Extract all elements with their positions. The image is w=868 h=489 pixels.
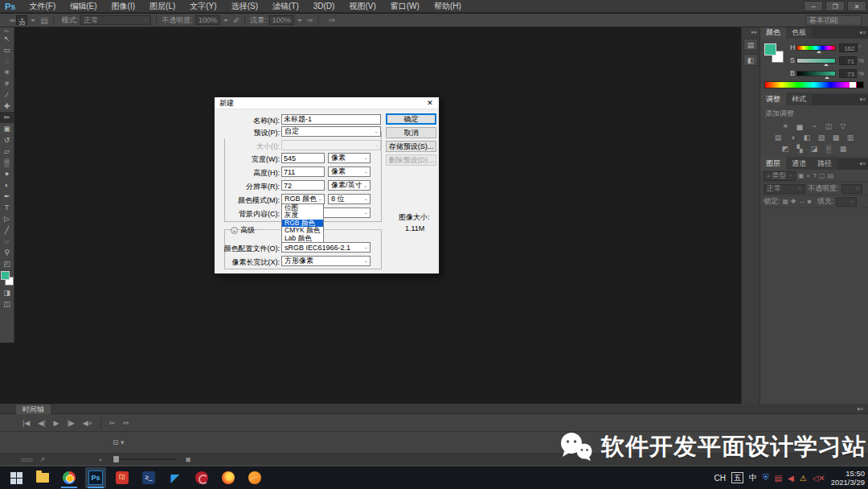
- tab-styles[interactable]: 样式: [786, 92, 812, 105]
- lock-paint-icon[interactable]: ✚: [791, 198, 796, 205]
- chrome-icon[interactable]: [59, 467, 80, 488]
- quick-mask-button[interactable]: ◨: [0, 287, 14, 298]
- threshold-icon[interactable]: ◪: [809, 145, 819, 153]
- red-app-icon[interactable]: 卬: [112, 467, 133, 488]
- clone-stamp-tool[interactable]: ▣: [0, 123, 14, 134]
- start-button[interactable]: [6, 467, 27, 488]
- security-shield-icon[interactable]: ⛨: [763, 473, 769, 483]
- type-tool[interactable]: T: [0, 202, 14, 213]
- tab-timeline[interactable]: 时间轴: [16, 405, 51, 414]
- screen-mode-button[interactable]: ◫: [0, 298, 14, 310]
- marquee-tool[interactable]: ▭: [0, 44, 14, 55]
- width-unit-dropdown[interactable]: 像素⌄: [328, 153, 371, 163]
- save-preset-button[interactable]: 存储预设(S)...: [386, 141, 436, 152]
- option-lab[interactable]: Lab 颜色: [282, 235, 323, 242]
- brightness-slider[interactable]: [796, 71, 835, 76]
- minimize-button[interactable]: ─: [804, 1, 823, 11]
- ok-button[interactable]: 确定: [386, 113, 436, 125]
- color-balance-icon[interactable]: ◑: [788, 134, 797, 142]
- frame-settings-icon[interactable]: ⊟ ▾: [113, 438, 125, 446]
- cancel-button[interactable]: 取消: [386, 127, 436, 138]
- transition-icon[interactable]: ✏: [123, 419, 129, 427]
- vscode-icon[interactable]: ◤: [165, 467, 186, 488]
- prev-frame-button[interactable]: ◀|: [38, 419, 45, 427]
- menu-file[interactable]: 文件(F): [22, 0, 63, 13]
- brightness-value[interactable]: 73: [839, 69, 857, 78]
- airbrush-icon[interactable]: ✑: [307, 16, 313, 25]
- language-indicator[interactable]: CH: [714, 474, 726, 483]
- preset-dropdown[interactable]: 自定⌄: [281, 126, 381, 137]
- tab-color[interactable]: 颜色: [760, 26, 786, 39]
- tab-paths[interactable]: 路径: [812, 157, 837, 170]
- layer-fill-field[interactable]: ≑: [836, 197, 857, 207]
- blur-tool[interactable]: ●: [0, 168, 14, 179]
- blend-mode-dropdown[interactable]: 正常≑: [764, 184, 805, 194]
- hand-tool[interactable]: ☞: [0, 236, 14, 247]
- menu-type[interactable]: 文字(Y): [182, 0, 223, 13]
- lock-transparent-icon[interactable]: ▦: [783, 198, 789, 205]
- photo-filter-icon[interactable]: ▧: [817, 134, 826, 142]
- zoom-tool[interactable]: ⚲: [0, 247, 14, 258]
- firefox-icon[interactable]: [218, 467, 239, 488]
- lasso-tool[interactable]: ◌: [0, 55, 14, 67]
- tab-adjustments[interactable]: 调整: [760, 92, 786, 105]
- black-swatch[interactable]: [857, 82, 863, 88]
- opacity-value[interactable]: 100%: [195, 15, 220, 25]
- workspace-switcher[interactable]: 基本功能≑: [805, 15, 862, 26]
- exposure-icon[interactable]: ◫: [824, 122, 833, 130]
- brush-preset-picker[interactable]: ✏ •35: [5, 15, 35, 25]
- panel-menu-icon[interactable]: ▾≡: [857, 406, 863, 413]
- hue-value[interactable]: 162: [839, 43, 858, 52]
- channel-mixer-icon[interactable]: ▩: [831, 134, 841, 142]
- filter-type-dropdown[interactable]: ⌕ 类型 ≑: [764, 171, 796, 181]
- volume-muted-icon[interactable]: ◁✕: [813, 474, 825, 483]
- panel-menu-icon[interactable]: ▾≡: [859, 30, 866, 36]
- flow-value[interactable]: 100%: [269, 15, 294, 25]
- lock-all-icon[interactable]: ■: [808, 198, 812, 205]
- toggle-brush-panel-icon[interactable]: ▤: [40, 16, 47, 25]
- restore-button[interactable]: ❐: [825, 1, 845, 11]
- hue-saturation-icon[interactable]: ▤: [773, 134, 783, 142]
- tab-swatches[interactable]: 色板: [786, 26, 812, 39]
- menu-3d[interactable]: 3D(D): [306, 0, 342, 13]
- name-input[interactable]: [281, 114, 381, 125]
- advanced-toggle[interactable]: » 高级: [231, 225, 255, 236]
- audio-mute-button[interactable]: ◀»: [83, 419, 92, 427]
- ime-indicator[interactable]: 中: [749, 472, 757, 483]
- go-first-frame-button[interactable]: |◀: [23, 419, 30, 427]
- lock-position-icon[interactable]: ↔: [799, 198, 805, 205]
- chevron-down-icon[interactable]: [223, 19, 228, 24]
- history-brush-tool[interactable]: ↺: [0, 134, 14, 146]
- menu-filter[interactable]: 滤镜(T): [265, 0, 306, 13]
- panel-menu-icon[interactable]: ▾≡: [859, 97, 866, 103]
- pressure-icon[interactable]: ✑: [329, 16, 335, 25]
- filter-type-layers-icon[interactable]: T: [813, 172, 817, 179]
- curves-icon[interactable]: ~: [809, 122, 819, 130]
- color-lookup-icon[interactable]: ▥: [845, 134, 855, 142]
- clock[interactable]: 15:50 2021/3/29: [831, 469, 865, 487]
- posterize-icon[interactable]: ▚: [795, 145, 805, 153]
- height-input[interactable]: [281, 166, 325, 177]
- dodge-tool[interactable]: ◐: [0, 179, 14, 191]
- height-unit-dropdown[interactable]: 像素⌄: [328, 166, 371, 177]
- powershell-icon[interactable]: ≥_: [138, 467, 159, 488]
- file-explorer-icon[interactable]: [32, 467, 53, 488]
- next-frame-button[interactable]: |▶: [67, 419, 74, 427]
- speaker-icon[interactable]: ◀: [788, 474, 794, 483]
- panel-menu-icon[interactable]: ▾≡: [859, 161, 866, 167]
- airbrush-opacity-icon[interactable]: ✐: [233, 16, 240, 25]
- foreground-color-swatch[interactable]: [1, 271, 10, 280]
- menu-image[interactable]: 图像(I): [104, 0, 142, 13]
- brush-tool[interactable]: ✏: [0, 112, 14, 123]
- path-selection-tool[interactable]: ▷: [0, 213, 14, 224]
- color-profile-dropdown[interactable]: sRGB IEC61966-2.1⌄: [281, 242, 371, 253]
- levels-icon[interactable]: ▅: [795, 122, 805, 130]
- ime-mode-box[interactable]: 五: [731, 472, 743, 483]
- frame-view-icon[interactable]: ▭▭: [21, 456, 33, 463]
- filter-pixel-layers-icon[interactable]: ▣: [798, 172, 805, 179]
- black-white-icon[interactable]: ◧: [802, 134, 812, 142]
- vibrance-icon[interactable]: ▽: [838, 122, 848, 130]
- move-tool[interactable]: ↖: [0, 33, 14, 44]
- expand-panels-icon[interactable]: ▸▸: [742, 29, 760, 35]
- menu-select[interactable]: 选择(S): [224, 0, 265, 13]
